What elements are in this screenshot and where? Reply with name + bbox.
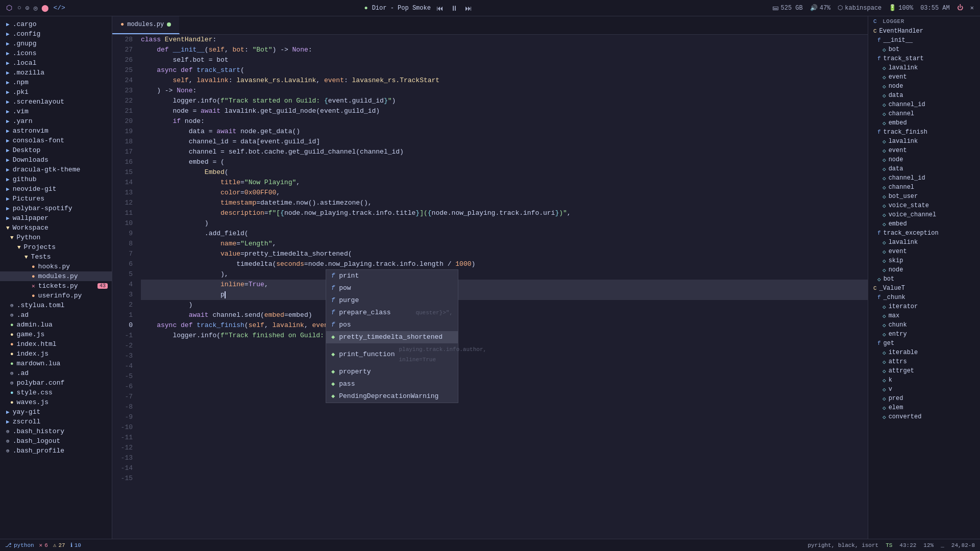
outline-entry[interactable]: ◇ entry <box>868 330 980 339</box>
sidebar-item-admin-lua[interactable]: ● admin.lua <box>0 320 112 330</box>
outline-track-finish[interactable]: f track_finish <box>868 128 980 137</box>
outline-get[interactable]: f get <box>868 339 980 348</box>
outline-max[interactable]: ◇ max <box>868 311 980 320</box>
ac-item-print-function[interactable]: ◆ print_function playing.track.info.auth… <box>326 343 458 366</box>
outline-lavalink-3[interactable]: ◇ lavalink <box>868 238 980 247</box>
sidebar-item-config[interactable]: ▶ .config <box>0 29 112 39</box>
power-icon[interactable]: ⏻ <box>957 4 963 12</box>
sidebar-item-python[interactable]: ▼ Python <box>0 233 112 242</box>
sidebar-item-consolas[interactable]: ▶ consolas-font <box>0 136 112 145</box>
outline-track-exception[interactable]: f track_exception <box>868 229 980 238</box>
outline-chunk-var[interactable]: ◇ chunk <box>868 320 980 330</box>
outline-pred[interactable]: ◇ pred <box>868 394 980 403</box>
sidebar-item-polybar-spotify[interactable]: ▶ polybar-spotify <box>0 204 112 213</box>
sidebar-item-bash-logout[interactable]: ⊕ .bash_logout <box>0 436 112 446</box>
sidebar-item-game-js[interactable]: ● game.js <box>0 330 112 339</box>
sidebar-item-dracula[interactable]: ▶ dracula-gtk-theme <box>0 165 112 174</box>
app-icon-2[interactable]: ⊙ <box>26 4 30 12</box>
status-errors[interactable]: ✕ 6 <box>39 542 48 548</box>
media-next[interactable]: ⏭ <box>463 4 474 12</box>
outline-channel-2[interactable]: ◇ channel <box>868 183 980 192</box>
sidebar-item-yarn[interactable]: ▶ .yarn <box>0 116 112 126</box>
outline-attrget[interactable]: ◇ attrget <box>868 366 980 375</box>
ac-item-pass[interactable]: ◆ pass <box>326 378 458 390</box>
sidebar-item-polybar-conf[interactable]: ⊕ polybar.conf <box>0 378 112 388</box>
sidebar-item-index-html[interactable]: ● index.html <box>0 339 112 349</box>
outline-node-3[interactable]: ◇ node <box>868 265 980 274</box>
media-prev[interactable]: ⏮ <box>435 4 445 12</box>
tab-modules-py[interactable]: ● modules.py <box>112 16 180 34</box>
ac-item-pretty-timedelta[interactable]: ◆ pretty_timedelta_shortened <box>326 331 458 343</box>
outline-node-2[interactable]: ◇ node <box>868 155 980 164</box>
outline-chunk[interactable]: f _chunk <box>868 293 980 302</box>
app-icon-4[interactable]: ⬤ <box>41 4 49 12</box>
sidebar-item-desktop[interactable]: ▶ Desktop <box>0 145 112 155</box>
status-branch[interactable]: ⎇ python <box>5 542 34 548</box>
status-warnings[interactable]: ⚠ 27 <box>53 542 65 548</box>
sidebar-item-bash-history[interactable]: ⊕ .bash_history <box>0 427 112 436</box>
sidebar-item-yay-git[interactable]: ▶ yay-git <box>0 407 112 417</box>
media-pause[interactable]: ⏸ <box>449 4 459 12</box>
sidebar-item-mozilla[interactable]: ▶ .mozilla <box>0 68 112 78</box>
code-editor[interactable]: class EventHandler: def __init__(self, b… <box>137 35 868 539</box>
sidebar-item-mardown-lua[interactable]: ● mardown.lua <box>0 359 112 368</box>
sidebar-item-workspace[interactable]: ▼ Workspace <box>0 223 112 233</box>
outline-channel-id-2[interactable]: ◇ channel_id <box>868 173 980 183</box>
sidebar-item-npm[interactable]: ▶ .npm <box>0 78 112 87</box>
ac-item-prepare-class[interactable]: f prepare_class quester}>", <box>326 307 458 319</box>
sidebar-item-github[interactable]: ▶ github <box>0 174 112 184</box>
close-icon[interactable]: ✕ <box>970 4 974 12</box>
sidebar-item-stylua[interactable]: ⊕ .stylua.toml <box>0 300 112 310</box>
ac-item-purge[interactable]: f purge <box>326 294 458 307</box>
outline-data-2[interactable]: ◇ data <box>868 164 980 173</box>
outline-converted[interactable]: ◇ converted <box>868 412 980 421</box>
outline-event-1[interactable]: ◇ event <box>868 72 980 82</box>
terminal-icon[interactable]: ⬡ <box>6 4 12 12</box>
sidebar-item-gnupg[interactable]: ▶ .gnupg <box>0 39 112 48</box>
sidebar-item-hooks-py[interactable]: ● hooks.py <box>0 262 112 271</box>
outline-k[interactable]: ◇ k <box>868 375 980 385</box>
sidebar-item-tickets-py[interactable]: ✕ tickets.py 43 <box>0 281 112 291</box>
app-icon-5[interactable]: </> <box>53 4 65 12</box>
outline-elem[interactable]: ◇ elem <box>868 403 980 412</box>
ac-item-pending-deprecation[interactable]: ◆ PendingDeprecationWarning <box>326 390 458 403</box>
sidebar-item-ad2[interactable]: ⊕ .ad <box>0 368 112 378</box>
outline-init[interactable]: f __init__ <box>868 36 980 45</box>
outline-v[interactable]: ◇ v <box>868 385 980 394</box>
outline-eventhandler[interactable]: C EventHandler <box>868 27 980 36</box>
sidebar-item-downloads[interactable]: ▶ Downloads <box>0 155 112 165</box>
outline-iterable[interactable]: ◇ iterable <box>868 348 980 357</box>
ac-item-pow[interactable]: f pow <box>326 282 458 294</box>
outline-lavalink-1[interactable]: ◇ lavalink <box>868 63 980 72</box>
outline-bot-user[interactable]: ◇ bot_user <box>868 192 980 201</box>
outline-bot[interactable]: ◇ bot <box>868 45 980 54</box>
sidebar-item-tests[interactable]: ▼ Tests <box>0 252 112 262</box>
sidebar-item-cargo[interactable]: ▶ .cargo <box>0 19 112 29</box>
outline-channel-1[interactable]: ◇ channel <box>868 109 980 118</box>
outline-voice-state[interactable]: ◇ voice_state <box>868 201 980 210</box>
outline-node-1[interactable]: ◇ node <box>868 82 980 91</box>
sidebar-item-ad1[interactable]: ⊕ .ad <box>0 310 112 320</box>
app-icon-1[interactable]: ○ <box>17 4 21 12</box>
sidebar-item-vim[interactable]: ▶ .vim <box>0 107 112 116</box>
outline-channel-id-1[interactable]: ◇ channel_id <box>868 100 980 109</box>
outline-valuet[interactable]: C _ValueT <box>868 284 980 293</box>
outline-event-3[interactable]: ◇ event <box>868 247 980 256</box>
outline-event-2[interactable]: ◇ event <box>868 146 980 155</box>
code-line-0[interactable]: p <box>141 290 868 300</box>
ac-item-pos[interactable]: f pos <box>326 319 458 331</box>
sidebar-item-local[interactable]: ▶ .local <box>0 58 112 68</box>
sidebar-item-waves-js[interactable]: ● waves.js <box>0 397 112 407</box>
outline-iterator[interactable]: ◇ iterator <box>868 302 980 311</box>
sidebar-item-pki[interactable]: ▶ .pki <box>0 87 112 97</box>
sidebar-item-userinfo-py[interactable]: ● userinfo.py <box>0 291 112 300</box>
sidebar-item-style-css[interactable]: ● style.css <box>0 388 112 397</box>
sidebar-item-screenlayout[interactable]: ▶ .screenlayout <box>0 97 112 107</box>
sidebar-item-astronvim[interactable]: ▶ astronvim <box>0 126 112 136</box>
outline-lavalink-2[interactable]: ◇ lavalink <box>868 137 980 146</box>
sidebar-item-icons[interactable]: ▶ .icons <box>0 48 112 58</box>
outline-data-1[interactable]: ◇ data <box>868 91 980 100</box>
outline-attrs[interactable]: ◇ attrs <box>868 357 980 366</box>
sidebar-item-bash-profile[interactable]: ⊕ .bash_profile <box>0 446 112 456</box>
sidebar-item-index-js[interactable]: ● index.js <box>0 349 112 359</box>
